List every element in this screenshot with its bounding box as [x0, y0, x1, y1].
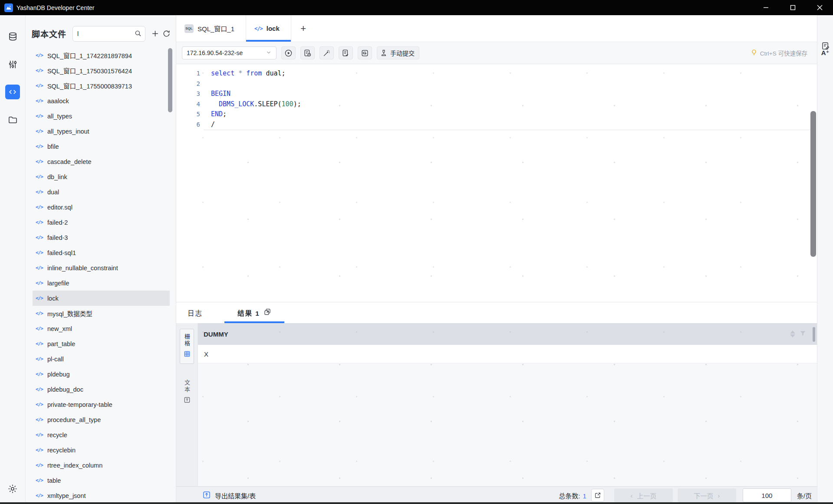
tune-filters-icon[interactable] [5, 57, 20, 72]
new-tab-button[interactable]: + [291, 15, 316, 42]
chevron-down-icon [266, 49, 272, 57]
file-name: rtree_index_column [47, 462, 102, 469]
settings-gear-icon[interactable] [5, 481, 20, 496]
sql-editor-icon[interactable] [5, 85, 20, 99]
page-size-input[interactable] [743, 488, 791, 502]
manual-commit-button[interactable]: 手动提交 [377, 46, 419, 59]
script-file-icon: </> [36, 311, 43, 316]
open-result-window-icon[interactable] [263, 308, 271, 317]
script-file-icon: </> [36, 68, 43, 73]
code-line[interactable]: 5 END; [176, 109, 817, 120]
file-list-item[interactable]: </> dual [33, 184, 170, 200]
connection-select[interactable]: 172.16.90.54-232-se [182, 46, 277, 59]
code-line[interactable]: 3 BEGIN [176, 89, 817, 99]
file-list-item[interactable]: </> mysql_数据类型 [33, 306, 170, 321]
file-list-item[interactable]: </> failed-sql1 [33, 245, 170, 260]
text-view-label: 文本 [183, 380, 191, 393]
file-list-item[interactable]: </> bfile [33, 139, 170, 154]
file-list-item[interactable]: </> new_xml [33, 321, 170, 336]
file-list-item[interactable]: </> pl-call [33, 351, 170, 367]
code-area: 1 select * from dual; 2 3 BEGIN 4 DBMS_L… [176, 64, 817, 130]
sort-icon[interactable] [790, 331, 795, 337]
font-size-icon[interactable]: A⁺ [817, 49, 833, 57]
next-page-button[interactable]: 下一页 › [678, 488, 736, 502]
file-list-item[interactable]: </> all_types_inout [33, 124, 170, 139]
grid-empty-area [198, 363, 817, 486]
file-name: recyclebin [47, 447, 76, 454]
file-list-item[interactable]: </> rtree_index_column [33, 458, 170, 473]
tab-sql-window-1[interactable]: SQL SQL_窗口_1 [176, 15, 246, 42]
file-list-item[interactable]: </> editor.sql [33, 200, 170, 215]
file-list: </> SQL_窗口_1_1742281897894 </> SQL_窗口_1_… [26, 46, 176, 504]
rollback-button[interactable] [358, 46, 372, 59]
file-list-item[interactable]: </> private-temporary-table [33, 397, 170, 412]
script-file-icon: </> [36, 417, 43, 422]
file-list-item[interactable]: </> procedure_all_type [33, 412, 170, 427]
script-file-icon: </> [36, 113, 43, 119]
file-list-item[interactable]: </> aaalock [33, 93, 170, 108]
script-file-icon: </> [36, 204, 43, 210]
file-list-item[interactable]: </> recycle [33, 427, 170, 442]
filter-icon[interactable] [799, 330, 807, 338]
editor-scrollbar[interactable] [810, 111, 816, 257]
file-list-item[interactable]: </> failed-2 [33, 215, 170, 230]
export-result-button[interactable]: 导出结果集/表 [202, 491, 256, 501]
grid-data-row[interactable]: X [198, 345, 817, 363]
file-list-item[interactable]: </> inline_nullable_constraint [33, 260, 170, 275]
sidebar-scrollbar[interactable] [168, 48, 172, 112]
connection-value: 172.16.90.54-232-se [187, 49, 243, 56]
grid-scrollbar[interactable] [813, 327, 815, 342]
view-tab-text[interactable]: 文本 [180, 375, 194, 409]
file-name: pldebug [47, 371, 70, 378]
file-name: editor.sql [47, 204, 72, 211]
file-list-item[interactable]: </> recyclebin [33, 442, 170, 458]
view-tab-grid[interactable]: 栅格 [180, 329, 194, 364]
script-file-icon: </> [36, 159, 43, 164]
execution-plan-button[interactable] [300, 46, 315, 59]
code-line[interactable]: 2 [176, 79, 817, 89]
file-list-item[interactable]: </> SQL_窗口_1_1742281897894 [33, 48, 170, 63]
per-page-label: 条/页 [797, 491, 812, 500]
result-statusbar: 导出结果集/表 总条数:1 ‹ 上一页 下一页 › [176, 486, 817, 504]
prev-page-button[interactable]: ‹ 上一页 [614, 488, 673, 502]
file-list-item[interactable]: </> lock [33, 291, 170, 306]
file-list-item[interactable]: </> all_types [33, 108, 170, 124]
validate-script-button[interactable] [339, 46, 353, 59]
file-list-item[interactable]: </> part_table [33, 336, 170, 351]
folder-icon[interactable] [5, 112, 20, 127]
tab-lock[interactable]: </> lock [246, 15, 291, 42]
file-list-item[interactable]: </> db_link [33, 169, 170, 184]
script-file-icon: </> [36, 98, 43, 104]
file-list-item[interactable]: </> cascade_delete [33, 154, 170, 169]
file-list-item[interactable]: </> SQL_窗口_1_1750301576424 [33, 63, 170, 78]
window-controls [752, 0, 833, 15]
open-in-window-button[interactable] [591, 489, 604, 502]
file-list-item[interactable]: </> SQL_窗口_1_1755000839713 [33, 78, 170, 93]
maximize-button[interactable] [779, 0, 806, 15]
code-line[interactable]: 1 select * from dual; [176, 69, 817, 79]
grid-header-row[interactable]: DUMMY [198, 323, 817, 345]
file-list-item[interactable]: </> table [33, 473, 170, 488]
script-file-icon: </> [36, 144, 43, 149]
tab-label: lock [267, 25, 280, 32]
minimize-button[interactable] [752, 0, 779, 15]
code-text: BEGIN [211, 89, 230, 99]
file-search [72, 26, 145, 42]
code-line[interactable]: 4 DBMS_LOCK.SLEEP(100); [176, 99, 817, 110]
refresh-button[interactable] [161, 29, 171, 39]
format-sql-button[interactable] [319, 46, 334, 59]
tab-result-1[interactable]: 结果 1 [224, 302, 284, 323]
file-list-item[interactable]: </> pldebug_doc [33, 382, 170, 397]
right-rail: A⁺ [817, 15, 833, 504]
sql-editor[interactable]: 1 select * from dual; 2 3 BEGIN 4 DBMS_L… [176, 64, 817, 302]
file-list-item[interactable]: </> pldebug [33, 367, 170, 382]
close-button[interactable] [806, 0, 833, 15]
file-list-item[interactable]: </> largefile [33, 275, 170, 291]
run-button[interactable] [281, 46, 296, 59]
tab-log[interactable]: 日志 [176, 302, 214, 323]
file-list-item[interactable]: </> xmltype_jsont [33, 488, 170, 503]
database-icon[interactable] [5, 29, 20, 44]
new-script-button[interactable] [150, 29, 160, 39]
code-line[interactable]: 6 / [176, 120, 817, 130]
file-list-item[interactable]: </> failed-3 [33, 230, 170, 245]
